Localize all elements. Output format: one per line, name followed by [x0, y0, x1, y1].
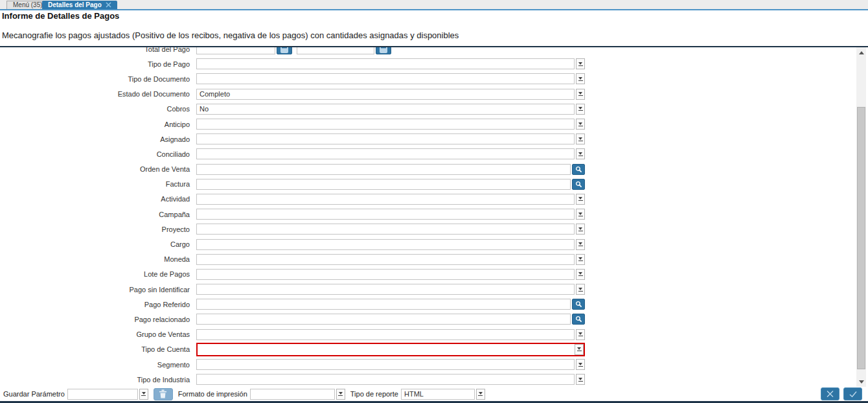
- field-area-anticipo: [196, 119, 585, 130]
- dropdown-button-tipo-de-cuenta[interactable]: [575, 344, 584, 355]
- combo-asignado: [196, 133, 585, 144]
- dropdown-button-cobros[interactable]: [576, 104, 585, 115]
- field-input-grupo-de-ventas[interactable]: [196, 329, 575, 340]
- field-label-estado-del-documento: Estado del Documento: [0, 90, 190, 98]
- form-row-conciliado: Conciliado: [0, 146, 868, 161]
- combo-pago-sin-identificar: [196, 284, 585, 295]
- dropdown-button-segmento[interactable]: [576, 359, 585, 370]
- report-type-input[interactable]: [401, 389, 475, 400]
- delete-parameter-button[interactable]: [154, 388, 173, 400]
- field-input-factura[interactable]: [196, 179, 571, 190]
- field-area-tipo-de-pago: [196, 58, 585, 69]
- save-parameter-dropdown-button[interactable]: [139, 389, 148, 400]
- field-area-estado-del-documento: [196, 89, 585, 100]
- field-input-segmento[interactable]: [196, 359, 575, 370]
- field-input-tipo-de-documento[interactable]: [196, 73, 575, 84]
- report-type-dropdown-button[interactable]: [476, 389, 485, 400]
- field-input-proyecto[interactable]: [196, 224, 575, 235]
- field-input-actividad[interactable]: [196, 194, 575, 205]
- dropdown-button-estado-del-documento[interactable]: [576, 89, 585, 100]
- vertical-scrollbar[interactable]: [856, 47, 866, 387]
- field-input-estado-del-documento[interactable]: [196, 89, 575, 100]
- dropdown-button-campana[interactable]: [576, 209, 585, 220]
- tab-detalles-del-pago[interactable]: Detalles del Pago: [42, 1, 117, 9]
- search-button-pago-relacionado[interactable]: [572, 314, 585, 325]
- dropdown-button-lote-de-pagos[interactable]: [576, 269, 585, 280]
- field-input-total-del-pago-to[interactable]: [297, 47, 374, 54]
- combo-actividad: [196, 194, 585, 205]
- chevron-down-icon: [338, 392, 343, 396]
- field-label-conciliado: Conciliado: [0, 150, 190, 158]
- chevron-down-icon: [578, 363, 583, 367]
- form-row-anticipo: Anticipo: [0, 117, 868, 132]
- calculator-icon: [280, 47, 289, 53]
- field-input-pago-referido[interactable]: [196, 299, 571, 310]
- field-area-moneda: [196, 254, 585, 265]
- triangle-up-icon: [859, 51, 864, 54]
- dropdown-button-tipo-de-documento[interactable]: [576, 73, 585, 84]
- field-input-pago-relacionado[interactable]: [196, 314, 571, 325]
- save-parameter-input[interactable]: [67, 389, 138, 400]
- dropdown-button-asignado[interactable]: [576, 133, 585, 144]
- field-input-tipo-de-industria[interactable]: [196, 374, 575, 385]
- combo-estado-del-documento: [196, 89, 585, 100]
- dropdown-button-cargo[interactable]: [576, 239, 585, 250]
- field-label-actividad: Actividad: [0, 195, 190, 203]
- field-area-tipo-de-industria: [196, 374, 585, 385]
- field-input-tipo-de-pago[interactable]: [196, 58, 575, 69]
- dropdown-button-tipo-de-pago[interactable]: [576, 58, 585, 69]
- dropdown-button-moneda[interactable]: [576, 254, 585, 265]
- field-input-tipo-de-cuenta[interactable]: [198, 344, 573, 354]
- combo-conciliado: [196, 148, 585, 159]
- dropdown-button-grupo-de-ventas[interactable]: [576, 329, 585, 340]
- save-parameter-label: Guardar Parámetro: [3, 390, 65, 398]
- field-input-lote-de-pagos[interactable]: [196, 269, 575, 280]
- form-row-grupo-de-ventas: Grupo de Ventas: [0, 327, 868, 342]
- combo-cobros: [196, 104, 585, 115]
- field-input-total-del-pago-from[interactable]: [196, 47, 275, 54]
- print-format-dropdown-button[interactable]: [336, 389, 345, 400]
- field-input-campana[interactable]: [196, 209, 575, 220]
- page-description: Mecanografie los pagos ajustados (Positi…: [2, 30, 459, 40]
- field-input-orden-de-venta[interactable]: [196, 164, 571, 175]
- calculator-button-total-del-pago-from[interactable]: [277, 47, 292, 54]
- calculator-button-total-del-pago-to[interactable]: [376, 47, 391, 54]
- search-button-orden-de-venta[interactable]: [572, 164, 585, 175]
- print-format-input[interactable]: [250, 389, 335, 400]
- scroll-up-button[interactable]: [856, 48, 866, 57]
- close-icon[interactable]: [106, 2, 111, 8]
- field-input-conciliado[interactable]: [196, 148, 575, 159]
- form-row-pago-referido: Pago Referido: [0, 297, 868, 312]
- dropdown-button-tipo-de-industria[interactable]: [576, 374, 585, 385]
- dropdown-button-anticipo[interactable]: [576, 119, 585, 130]
- chevron-down-icon: [578, 62, 583, 66]
- x-icon: [826, 390, 834, 398]
- scroll-down-button[interactable]: [856, 377, 866, 386]
- field-input-asignado[interactable]: [196, 133, 575, 144]
- field-input-anticipo[interactable]: [196, 119, 575, 130]
- field-area-orden-de-venta: [196, 164, 585, 175]
- field-area-segmento: [196, 359, 585, 370]
- field-input-cargo[interactable]: [196, 239, 575, 250]
- field-area-factura: [196, 179, 585, 190]
- field-area-grupo-de-ventas: [196, 329, 585, 340]
- dropdown-button-conciliado[interactable]: [576, 148, 585, 159]
- form-row-actividad: Actividad: [0, 192, 868, 207]
- cancel-button[interactable]: [821, 387, 839, 400]
- combo-moneda: [196, 254, 585, 265]
- scrollbar-thumb[interactable]: [857, 107, 865, 369]
- field-input-pago-sin-identificar[interactable]: [196, 284, 575, 295]
- form-row-proyecto: Proyecto: [0, 222, 868, 236]
- search-button-pago-referido[interactable]: [572, 299, 585, 310]
- field-input-cobros[interactable]: [196, 104, 575, 115]
- chevron-down-icon: [578, 152, 583, 156]
- ok-button[interactable]: [843, 387, 862, 400]
- field-label-proyecto: Proyecto: [0, 225, 190, 233]
- chevron-down-icon: [578, 213, 583, 216]
- search-button-factura[interactable]: [572, 179, 585, 190]
- dropdown-button-actividad[interactable]: [576, 194, 585, 205]
- field-input-moneda[interactable]: [196, 254, 575, 265]
- dropdown-button-proyecto[interactable]: [576, 224, 585, 235]
- check-icon: [849, 391, 858, 398]
- dropdown-button-pago-sin-identificar[interactable]: [576, 284, 585, 295]
